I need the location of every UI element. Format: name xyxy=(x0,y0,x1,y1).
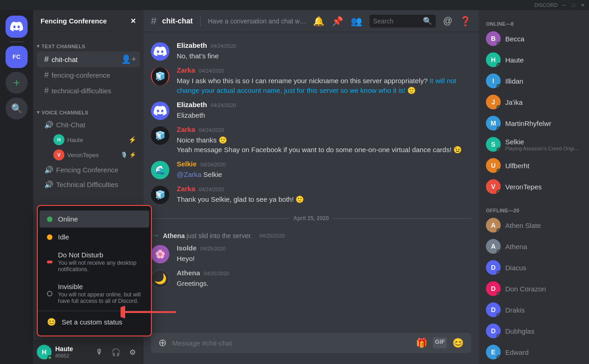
status-option-invisible[interactable]: Invisible You will not appear online, bu… xyxy=(40,278,149,309)
avatar-illidan: I xyxy=(486,74,501,88)
system-message: → Athena just slid into the server. 04/2… xyxy=(144,229,479,242)
member-item-edward[interactable]: E Edward xyxy=(482,342,585,362)
search-input[interactable] xyxy=(373,17,420,25)
member-item-martinrhyfelwr[interactable]: M MartinRhyfelwr xyxy=(482,113,585,133)
message-timestamp: 04/24/2020 xyxy=(200,162,225,167)
status-indicator xyxy=(497,169,501,173)
avatar-zarka3: 🧊 xyxy=(151,186,169,204)
gift-icon[interactable]: 🎁 xyxy=(416,337,427,348)
voice-channels-category[interactable]: ▾ VOICE CHANNELS xyxy=(33,102,144,117)
message-group: 🌙 Athena 04/25/2020 Greetings. xyxy=(144,267,479,290)
status-indicator xyxy=(497,292,501,296)
status-indicator xyxy=(497,190,501,194)
add-member-icon[interactable]: 👤+ xyxy=(121,54,136,64)
member-item-athenslate[interactable]: A Athen Slate xyxy=(482,215,585,235)
microphone-button[interactable]: 🎙 xyxy=(92,345,107,359)
chat-input-icons: 🎁 GIF 😊 xyxy=(416,337,464,348)
voice-user-haute[interactable]: H Haute ⚡ xyxy=(37,132,140,147)
message-username: Elizabeth xyxy=(177,41,207,49)
server-icon-add[interactable]: + xyxy=(6,72,28,94)
member-item-drakis[interactable]: D Drakis xyxy=(482,300,585,320)
server-icon-explore[interactable]: 🔍 xyxy=(6,97,28,119)
message-group: 🧊 Zarka 04/24/2020 Thank you Selkie, gla… xyxy=(144,183,479,206)
hash-icon: # xyxy=(44,86,49,96)
status-option-idle[interactable]: Idle xyxy=(40,228,149,245)
avatar-selkie: 🌊 xyxy=(151,161,169,179)
channel-sidebar: Fencing Conference ✕ ▾ TEXT CHANNELS # c… xyxy=(33,10,144,364)
member-item-haute[interactable]: H Haute xyxy=(482,50,585,70)
user-info: Haute #0652 xyxy=(55,345,88,359)
message-text: Elizabeth xyxy=(177,110,471,120)
text-channels-category[interactable]: ▾ TEXT CHANNELS xyxy=(33,36,144,51)
hash-icon: # xyxy=(44,70,49,80)
date-divider: April 25, 2020 xyxy=(144,208,479,229)
maximize-button[interactable]: □ xyxy=(571,2,576,8)
attach-button[interactable]: ⊕ xyxy=(158,337,167,349)
header-divider xyxy=(200,16,201,27)
message-timestamp: 04/25/2020 xyxy=(204,271,229,276)
member-item-athena[interactable]: A Athena xyxy=(482,236,585,256)
channel-item-technical-difficulties[interactable]: # technical-difficulties xyxy=(37,83,140,98)
headset-button[interactable]: 🎧 xyxy=(109,345,123,359)
member-item-selkie[interactable]: S Selkie Playing Assassin's Creed Origi.… xyxy=(482,134,585,154)
member-item-becca[interactable]: B Becca xyxy=(482,28,585,49)
dnd-status-dot xyxy=(47,261,52,263)
message-input[interactable] xyxy=(172,334,410,352)
server-icon-discord[interactable] xyxy=(6,16,28,38)
member-item-jaika[interactable]: J Ja'ika xyxy=(482,92,585,112)
server-icon-fencing[interactable]: FC xyxy=(6,46,28,68)
message-text: Greetings. xyxy=(177,279,471,288)
message-text: May I ask who this is so I can rename yo… xyxy=(177,76,471,95)
message-text: Thank you Selkie, glad to see ya both! 🙂 xyxy=(177,194,471,204)
avatar-dubhglas: D xyxy=(486,324,501,338)
bell-icon[interactable]: 🔔 xyxy=(313,16,324,27)
member-item-illidan[interactable]: I Illidan xyxy=(482,71,585,91)
channel-item-chit-chat[interactable]: # chit-chat 👤+ xyxy=(37,51,140,67)
system-timestamp: 04/25/2020 xyxy=(260,233,285,239)
channel-label: fencing-conference xyxy=(52,71,110,79)
settings-button[interactable]: ⚙ xyxy=(125,345,140,359)
avatar-haute: H xyxy=(53,134,64,145)
status-indicator xyxy=(497,355,501,359)
member-item-verontepes[interactable]: V VeronTepes xyxy=(482,176,585,197)
voice-user-verontepes[interactable]: V VeronTepes 🎙️ ⚡ xyxy=(37,148,140,162)
voice-channel-chit-chat[interactable]: 🔊 Chit-Chat xyxy=(37,118,140,132)
message-text: Heyo! xyxy=(177,254,471,263)
members-icon[interactable]: 👥 xyxy=(351,16,362,27)
message-username: Zarka xyxy=(177,125,195,133)
divider-line xyxy=(151,218,289,219)
message-username: Zarka xyxy=(177,66,195,74)
status-custom-option[interactable]: 😊 Set a custom status xyxy=(40,313,149,331)
voice-channel-fencing-conference[interactable]: 🔊 Fencing Conference xyxy=(37,163,140,177)
message-group: 🧊 Zarka 04/24/2020 May I ask who this is… xyxy=(144,64,479,97)
emoji-icon[interactable]: 😊 xyxy=(452,337,464,348)
channel-item-fencing-conference[interactable]: # fencing-conference xyxy=(37,68,140,83)
close-button[interactable]: ✕ xyxy=(580,2,585,8)
member-item-ulfberht[interactable]: U Ulfberht xyxy=(482,155,585,176)
server-header[interactable]: Fencing Conference ✕ xyxy=(33,10,144,32)
pin-icon[interactable]: 📌 xyxy=(332,16,343,27)
status-desc: You will not receive any desktop notific… xyxy=(58,260,142,273)
server-name: Fencing Conference xyxy=(40,17,107,25)
minimize-button[interactable]: ─ xyxy=(561,2,567,8)
status-option-dnd[interactable]: Do Not Disturb You will not receive any … xyxy=(40,246,149,277)
messages-area: Elizabeth 04/24/2020 No, that's fine 🧊 Z… xyxy=(144,32,479,333)
member-item-doncorazon[interactable]: D Don Corazon xyxy=(482,279,585,299)
member-name: Don Corazon xyxy=(505,285,582,293)
member-name: Becca xyxy=(505,35,582,43)
voice-channel-label: Fencing Conference xyxy=(56,166,118,174)
voice-channel-technical-difficulties[interactable]: 🔊 Technical Difficulties xyxy=(37,177,140,192)
message-text: Noice thanks 🙂Yeah message Shay on Faceb… xyxy=(177,135,471,154)
status-indicator xyxy=(497,271,501,275)
member-status-text: Playing Assassin's Creed Origi... xyxy=(505,146,582,151)
message-text: @Zarka Selkie xyxy=(177,170,471,179)
search-bar[interactable]: 🔍 xyxy=(370,15,436,28)
gif-icon[interactable]: GIF xyxy=(433,337,447,348)
member-item-dubhglas[interactable]: D Dubhglas xyxy=(482,321,585,341)
voice-icon: 🔊 xyxy=(44,180,53,189)
at-icon[interactable]: @ xyxy=(443,16,452,26)
status-indicator xyxy=(497,250,501,254)
status-option-online[interactable]: Online xyxy=(40,210,149,228)
help-icon[interactable]: ❓ xyxy=(460,16,471,27)
member-item-diacus[interactable]: D Diacus xyxy=(482,257,585,278)
